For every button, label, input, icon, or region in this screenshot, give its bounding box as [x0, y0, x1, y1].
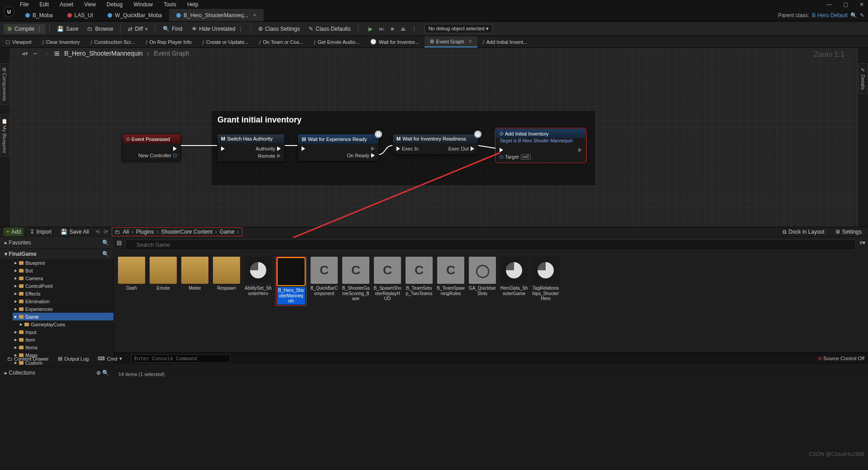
- fn-tab[interactable]: fGet Emote Audio...: [309, 36, 365, 47]
- import-button[interactable]: ↧Import: [27, 227, 54, 236]
- breadcrumb-graph[interactable]: Event Graph: [154, 50, 189, 57]
- folder-asset[interactable]: Dash: [118, 257, 146, 291]
- asset-item[interactable]: CB_TeamSpawningRules: [437, 257, 465, 296]
- fn-tab[interactable]: fOn Team or Cos...: [254, 36, 308, 47]
- collections-section[interactable]: ▸ Collections⊕ 🔍: [0, 367, 113, 379]
- tree-root[interactable]: ▾ FinalGame🔍: [0, 249, 113, 259]
- tree-item[interactable]: ▸ Game: [13, 313, 113, 320]
- browse-button[interactable]: 🗀Browse: [84, 24, 117, 34]
- play-button[interactable]: ▶: [366, 24, 376, 33]
- asset-item[interactable]: CB_QuickBarComponent: [310, 257, 338, 296]
- folder-asset[interactable]: Emote: [149, 257, 177, 291]
- minimize-button[interactable]: —: [825, 1, 834, 8]
- cmd-dropdown[interactable]: ⌨Cmd ▾: [94, 355, 125, 362]
- folder-asset[interactable]: Respawn: [212, 257, 241, 291]
- add-button[interactable]: +Add: [4, 227, 24, 236]
- doc-tab[interactable]: B_Hero_ShooterManneq...✕: [169, 9, 264, 21]
- node-add-initial-inventory[interactable]: ◇Add Initial Inventory Target is B Hero …: [495, 128, 586, 163]
- asset-item[interactable]: ◯GA_QuickbarSlots: [468, 257, 496, 296]
- menu-debug[interactable]: Debug: [107, 1, 123, 8]
- path-breadcrumb[interactable]: 🗀All›Plugins›ShooterCore Content›Game›: [112, 227, 242, 236]
- menu-file[interactable]: File: [20, 1, 28, 8]
- tree-item[interactable]: ▸ Experiences: [13, 305, 113, 313]
- search-input[interactable]: [125, 240, 856, 250]
- compile-button[interactable]: ⚙Compile⋮: [4, 24, 46, 34]
- menu-tools[interactable]: Tools: [164, 1, 176, 8]
- fn-tab[interactable]: fOn Rep Player Info: [140, 36, 197, 47]
- content-drawer-button[interactable]: 🗀Content Drawer: [4, 355, 52, 362]
- asset-item[interactable]: AbilitySet_ShooterHero: [244, 257, 272, 296]
- class-defaults-button[interactable]: ✎Class Defaults: [305, 24, 354, 34]
- edit-icon[interactable]: ✎: [860, 12, 864, 19]
- history-back-button[interactable]: ⟲: [95, 229, 100, 235]
- eject-button[interactable]: ⏏: [398, 24, 408, 33]
- find-button[interactable]: 🔍Find: [159, 24, 186, 34]
- doc-tab[interactable]: B_Moba: [18, 9, 60, 21]
- favorites-section[interactable]: ▸ Favorites🔍: [0, 237, 113, 249]
- node-event-possessed[interactable]: ◇Event Possessed New Controller: [122, 134, 181, 161]
- fn-tab[interactable]: fCreate or Update...: [197, 36, 254, 47]
- fn-tab[interactable]: fAdd Initial Invent...: [477, 36, 533, 47]
- maximize-button[interactable]: ▢: [841, 1, 850, 8]
- asset-item[interactable]: CB_SpawnShooterReplayHUD: [373, 257, 401, 301]
- tree-item[interactable]: ▸ Elimination: [13, 297, 113, 305]
- menu-edit[interactable]: Edit: [39, 1, 49, 8]
- fn-tab[interactable]: fClear Inventory: [37, 36, 85, 47]
- settings-button[interactable]: ⚙Settings: [833, 227, 864, 236]
- tree-item[interactable]: ▸ Items: [13, 343, 113, 351]
- details-panel-tab[interactable]: ✎ Details: [859, 63, 868, 94]
- fn-tab[interactable]: fConstruction Scr...: [85, 36, 140, 47]
- close-button[interactable]: ✕: [857, 1, 866, 8]
- tree-item[interactable]: ▸ Item: [13, 336, 113, 343]
- doc-tab[interactable]: W_QuickBar_Moba: [100, 9, 169, 21]
- hide-unrelated-button[interactable]: 👁Hide Unrelated⋮: [188, 24, 247, 34]
- node-wait-experience[interactable]: 🕓 ▤Wait for Experience Ready On Ready: [297, 134, 379, 161]
- asset-item[interactable]: CB_ShooterGameScoring_Base: [342, 257, 370, 301]
- menu-asset[interactable]: Asset: [60, 1, 73, 8]
- node-wait-inventory[interactable]: 🕓 MWait for Inventory Readiness Exec InE…: [392, 134, 478, 155]
- stop-button[interactable]: ■: [387, 24, 397, 33]
- source-control-status[interactable]: ⊘ Source Control Off: [818, 356, 864, 362]
- doc-tab[interactable]: LAS_UI: [60, 9, 100, 21]
- fn-tab[interactable]: 🕓Wait for Inventor...: [365, 36, 425, 47]
- tree-item[interactable]: ▸ Bot: [13, 267, 113, 274]
- node-switch-authority[interactable]: MSwitch Has Authority Authority Remote: [217, 134, 285, 162]
- nav-fwd-arrow[interactable]: →: [43, 50, 50, 57]
- dock-in-layout-button[interactable]: ⧉Dock in Layout: [780, 227, 827, 236]
- tree-item[interactable]: ▸ GameplayCues: [13, 320, 113, 328]
- menu-help[interactable]: Help: [187, 1, 198, 8]
- asset-item[interactable]: TagRelationships_ShooterHero: [532, 257, 560, 301]
- menu-view[interactable]: View: [84, 1, 96, 8]
- fn-tab[interactable]: ⊞Event Graph✕: [425, 36, 477, 47]
- class-settings-button[interactable]: ⚙Class Settings: [255, 24, 304, 34]
- search-icon[interactable]: 🔍: [850, 12, 857, 19]
- filter-icon[interactable]: ▤: [117, 240, 122, 250]
- path-segment[interactable]: All: [123, 229, 129, 235]
- save-button[interactable]: 💾Save: [53, 24, 82, 34]
- view-options-icon[interactable]: ≡▾: [859, 240, 865, 250]
- folder-asset[interactable]: Melee: [181, 257, 209, 291]
- fn-tab[interactable]: ▢Viewport: [0, 36, 37, 47]
- console-input[interactable]: [131, 354, 231, 363]
- path-segment[interactable]: ShooterCore Content: [161, 229, 212, 235]
- nav-back-button[interactable]: ◂▾: [22, 50, 28, 57]
- path-segment[interactable]: Game: [220, 229, 235, 235]
- parent-class-link[interactable]: B Hero Default: [812, 12, 848, 19]
- output-log-button[interactable]: ▤Output Log: [54, 355, 92, 362]
- tree-item[interactable]: ▸ Camera: [13, 274, 113, 282]
- menu-window[interactable]: Window: [133, 1, 153, 8]
- tree-item[interactable]: ▸ ControlPoint: [13, 282, 113, 290]
- asset-item[interactable]: B_Hero_ShooterMannequin: [277, 258, 305, 305]
- step-button[interactable]: ⏭: [377, 24, 387, 33]
- tree-item[interactable]: ▸ Blueprint: [13, 259, 113, 267]
- path-segment[interactable]: Plugins: [136, 229, 154, 235]
- play-options-button[interactable]: ⋮: [409, 24, 419, 33]
- tree-item[interactable]: ▸ Input: [13, 328, 113, 336]
- components-panel-tab[interactable]: ⊞ Components: [0, 63, 9, 105]
- my-blueprint-panel-tab[interactable]: 📋 My Blueprint: [0, 114, 9, 157]
- history-fwd-button[interactable]: ⟳: [104, 229, 108, 235]
- asset-item[interactable]: CB_TeamSetup_TwoTeams: [405, 257, 433, 296]
- save-all-button[interactable]: 💾Save All: [58, 227, 91, 236]
- diff-button[interactable]: ⇄Diff▾: [124, 24, 151, 34]
- tree-item[interactable]: ▸ Effects: [13, 290, 113, 297]
